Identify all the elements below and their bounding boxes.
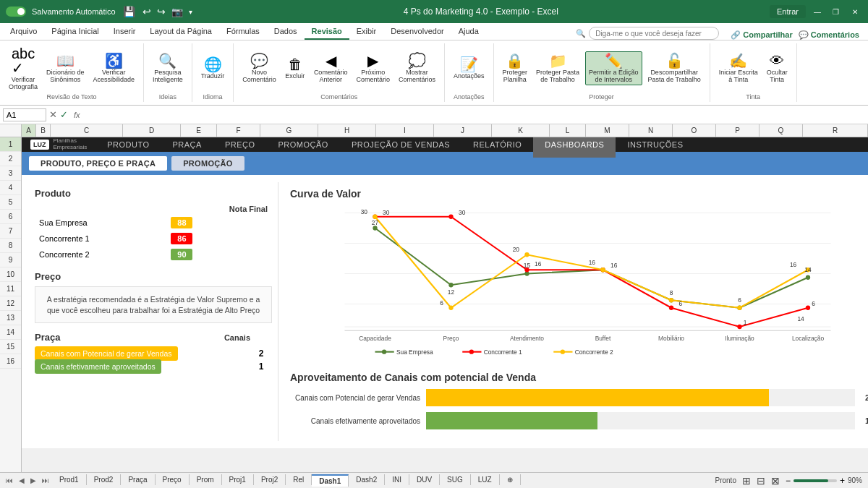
tab-exibir[interactable]: Exibir — [349, 24, 384, 40]
nav-preco[interactable]: PREÇO — [213, 137, 267, 158]
col-header-k[interactable]: K — [492, 124, 550, 137]
tab-layout[interactable]: Layout da Página — [142, 24, 219, 40]
row-num-16[interactable]: 16 — [0, 354, 21, 369]
zoom-in-icon[interactable]: + — [840, 476, 845, 486]
redo-icon[interactable]: ↪ — [157, 6, 166, 17]
tab-revisao[interactable]: Revisão — [305, 24, 349, 40]
col-header-e[interactable]: E — [181, 124, 217, 137]
proteger-planilha-btn[interactable]: 🔒 ProtegerPlanilha — [500, 52, 531, 85]
anotacoes-btn[interactable]: 📝 Anotações — [451, 56, 488, 81]
camera-icon[interactable]: 📷 — [171, 7, 183, 17]
sheet-tab-luz[interactable]: LUZ — [471, 474, 500, 485]
tab-first-arrow[interactable]: ⏮ — [3, 476, 16, 484]
col-header-g[interactable]: G — [260, 124, 318, 137]
descompartilhar-btn[interactable]: 🔓 DescompartilharPasta de Trabalho — [645, 52, 704, 85]
sheet-tab-prod2[interactable]: Prod2 — [87, 474, 122, 485]
page-break-icon[interactable]: ⊠ — [771, 475, 780, 487]
sub-tab-produto-preco-praca[interactable]: PRODUTO, PREÇO E PRAÇA — [29, 156, 167, 171]
sheet-tab-dash1[interactable]: Dash1 — [312, 474, 349, 487]
formula-input[interactable] — [86, 108, 865, 121]
row-num-5[interactable]: 5 — [0, 195, 21, 210]
tab-arquivo[interactable]: Arquivo — [3, 24, 44, 40]
nav-praca[interactable]: PRAÇA — [161, 137, 213, 158]
tab-formulas[interactable]: Fórmulas — [219, 24, 267, 40]
row-num-8[interactable]: 8 — [0, 239, 21, 253]
nav-dashboards[interactable]: DASHBOARDS — [533, 137, 616, 158]
search-input[interactable] — [589, 27, 719, 40]
col-header-c[interactable]: C — [51, 124, 123, 137]
permitir-edicao-btn[interactable]: ✏️ Permitir a Ediçãode Intervalos — [585, 51, 642, 85]
novo-comentario-btn[interactable]: 💬 NovoComentário — [239, 52, 279, 85]
save-icon[interactable]: 💾 — [122, 6, 137, 17]
zoom-out-icon[interactable]: − — [786, 476, 791, 486]
share-button[interactable]: 🔗 Compartilhar — [731, 30, 793, 40]
proximo-comentario-btn[interactable]: ▶ PróximoComentário — [353, 52, 393, 85]
nav-produto[interactable]: PRODUTO — [95, 137, 161, 158]
sheet-tab-preco[interactable]: Preço — [156, 474, 190, 485]
col-header-n[interactable]: N — [629, 124, 673, 137]
col-header-o[interactable]: O — [673, 124, 716, 137]
table-view-icon[interactable]: ⊞ — [742, 475, 751, 487]
row-num-6[interactable]: 6 — [0, 210, 21, 224]
zoom-slider[interactable] — [793, 479, 837, 482]
anterior-comentario-btn[interactable]: ◀ ComentárioAnterior — [311, 52, 351, 85]
sheet-tab-dash2[interactable]: Dash2 — [349, 474, 385, 485]
col-header-f[interactable]: F — [217, 124, 260, 137]
sheet-tab-duv[interactable]: DUV — [409, 474, 440, 485]
row-num-11[interactable]: 11 — [0, 282, 21, 296]
cancel-formula-icon[interactable]: ✕ — [49, 109, 57, 120]
tab-desenvolvedor[interactable]: Desenvolvedor — [383, 24, 451, 40]
tab-pagina-inicial[interactable]: Página Inicial — [44, 24, 106, 40]
dicionario-btn[interactable]: 📖 Dicionário deSinônimos — [43, 52, 88, 85]
row-num-12[interactable]: 12 — [0, 296, 21, 311]
acessibilidade-btn[interactable]: ♿ VerificarAcessibilidade — [90, 52, 138, 85]
tab-last-arrow[interactable]: ⏭ — [39, 476, 52, 484]
col-header-h[interactable]: H — [318, 124, 376, 137]
pesquisa-inteligente-btn[interactable]: 🔍 PesquisaInteligente — [150, 52, 186, 85]
col-header-q[interactable]: Q — [760, 124, 803, 137]
autosave-toggle[interactable] — [6, 7, 26, 17]
ocultar-tinta-btn[interactable]: 👁 OcultarTinta — [764, 52, 791, 85]
row-num-3[interactable]: 3 — [0, 166, 21, 181]
row-num-2[interactable]: 2 — [0, 152, 21, 166]
close-button[interactable]: ✕ — [848, 4, 862, 19]
mostrar-comentarios-btn[interactable]: 💭 MostrarComentários — [396, 52, 438, 85]
row-num-14[interactable]: 14 — [0, 325, 21, 340]
sheet-tab-praca[interactable]: Praça — [121, 474, 155, 485]
sheet-tab-prom[interactable]: Prom — [190, 474, 222, 485]
tab-next-arrow[interactable]: ▶ — [27, 476, 39, 484]
col-header-b[interactable]: B — [36, 124, 51, 137]
sheet-tab-proj2[interactable]: Proj2 — [254, 474, 286, 485]
col-header-p[interactable]: P — [716, 124, 760, 137]
tab-inserir[interactable]: Inserir — [106, 24, 143, 40]
row-num-7[interactable]: 7 — [0, 224, 21, 239]
sheet-tab-ini[interactable]: INI — [385, 474, 409, 485]
tab-prev-arrow[interactable]: ◀ — [16, 476, 27, 484]
dropdown-icon[interactable]: ▾ — [189, 8, 192, 16]
nav-relatorio[interactable]: RELATÓRIO — [461, 137, 533, 158]
sheet-tab-rel[interactable]: Rel — [286, 474, 312, 485]
comments-button[interactable]: 💬 Comentários — [799, 30, 859, 40]
col-header-r[interactable]: R — [803, 124, 868, 137]
sub-tab-promocao[interactable]: PROMOÇÃO — [171, 156, 244, 171]
sheet-tab-proj1[interactable]: Proj1 — [222, 474, 254, 485]
row-num-1[interactable]: 1 — [0, 137, 21, 152]
entrar-button[interactable]: Entrar — [770, 5, 806, 18]
row-num-13[interactable]: 13 — [0, 311, 21, 325]
nav-instrucoes[interactable]: INSTRUÇÕES — [616, 137, 694, 158]
col-header-a[interactable]: A — [22, 124, 36, 137]
maximize-button[interactable]: ❐ — [829, 4, 843, 19]
confirm-formula-icon[interactable]: ✓ — [60, 109, 68, 120]
col-header-i[interactable]: I — [376, 124, 434, 137]
cell-reference-input[interactable] — [3, 108, 46, 121]
sheet-tab-sug[interactable]: SUG — [440, 474, 471, 485]
proteger-pasta-btn[interactable]: 📁 Proteger Pastade Trabalho — [533, 52, 582, 85]
tab-ajuda[interactable]: Ajuda — [451, 24, 486, 40]
row-num-9[interactable]: 9 — [0, 253, 21, 267]
add-sheet-button[interactable]: ⊕ — [500, 474, 521, 485]
undo-icon[interactable]: ↩ — [142, 6, 151, 17]
iniciar-tinta-btn[interactable]: ✍️ Iniciar Escritaà Tinta — [716, 52, 761, 85]
page-view-icon[interactable]: ⊟ — [757, 475, 765, 487]
nav-promocao[interactable]: PROMOÇÃO — [267, 137, 340, 158]
col-header-j[interactable]: J — [434, 124, 492, 137]
